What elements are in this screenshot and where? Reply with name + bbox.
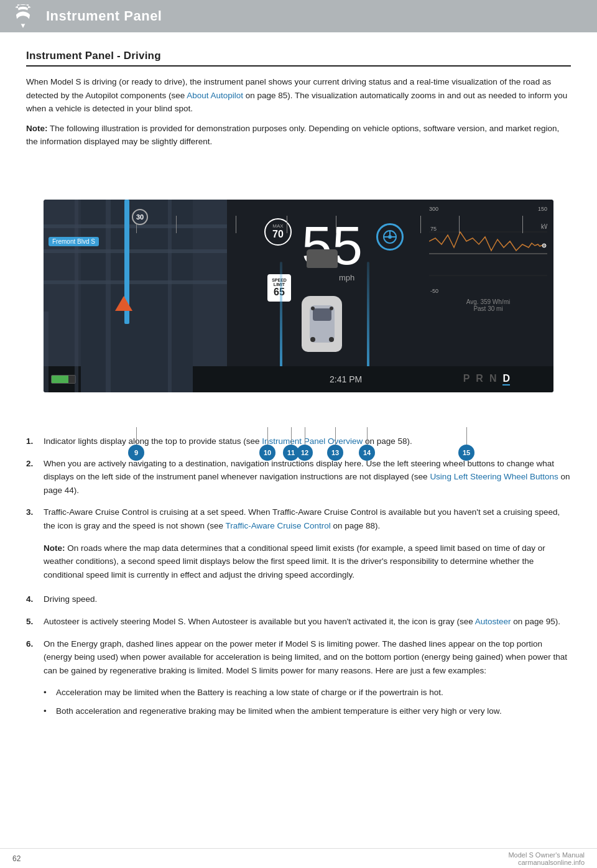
section-title: Instrument Panel - Driving <box>26 50 571 67</box>
sub-list-6: • Acceleration may be limited when the B… <box>44 686 571 723</box>
autosteer-icon <box>376 223 404 251</box>
energy-300: 300 <box>429 206 438 212</box>
list-item-2: 2. When you are actively navigating to a… <box>26 457 571 497</box>
list-section: 1. Indicator lights display along the to… <box>26 435 571 723</box>
intro-paragraph: When Model S is driving (or ready to dri… <box>26 75 571 116</box>
header-title: Instrument Panel <box>46 8 162 24</box>
svg-point-8 <box>329 337 334 342</box>
gear-P: P <box>463 373 470 386</box>
left-steering-link[interactable]: Using Left Steering Wheel Buttons <box>430 472 558 481</box>
sub-item-6-2: • Both acceleration and regenerative bra… <box>44 704 571 718</box>
list-item-1: 1. Indicator lights display along the to… <box>26 435 571 448</box>
speed-limit-badge: SPEED LIMIT 65 <box>267 274 291 302</box>
svg-point-16 <box>542 244 546 247</box>
energy-150: 150 <box>538 206 547 212</box>
street-label: Fremont Blvd S <box>49 237 99 246</box>
gear-D: D <box>502 373 510 386</box>
lane-line-left <box>280 262 282 374</box>
about-autopilot-link[interactable]: About Autopilot <box>187 91 243 100</box>
center-data-display: MAX 70 55 mph SPEED LIMIT 65 <box>227 200 423 392</box>
energy-chart-svg: kW 75 -50 <box>429 213 547 294</box>
avg-energy: Avg. 359 Wh/mi Past 30 mi <box>429 298 547 312</box>
svg-text:-50: -50 <box>430 288 438 294</box>
max-speed-badge: MAX 70 <box>264 218 292 246</box>
instrument-panel: Fremont Blvd S 30 MAX 70 55 mph <box>44 200 553 392</box>
time-display: 2:41 PM <box>330 374 362 384</box>
callout-15: 15 <box>458 445 474 461</box>
gear-N: N <box>489 373 497 386</box>
energy-chart-area: 300 150 <box>423 200 553 392</box>
instrument-panel-overview-link[interactable]: Instrument Panel Overview <box>262 436 363 446</box>
list-item-4: 4. Driving speed. <box>26 593 571 606</box>
callout-9: 9 <box>128 445 144 461</box>
svg-text:kW: kW <box>541 223 547 230</box>
tacc-link[interactable]: Traffic-Aware Cruise Control <box>225 521 330 530</box>
page-footer: 62 Model S Owner's Manual carmanualsonli… <box>0 848 597 868</box>
list-item-6: 6. On the Energy graph, dashed lines app… <box>26 637 571 723</box>
callout-13: 13 <box>327 445 343 461</box>
callout-12: 12 <box>297 445 313 461</box>
list-item-5: 5. Autosteer is actively steering Model … <box>26 615 571 629</box>
leading-car <box>307 249 338 268</box>
svg-point-10 <box>330 307 333 310</box>
sub-item-6-1: • Acceleration may be limited when the B… <box>44 686 571 699</box>
svg-point-7 <box>310 337 315 342</box>
svg-point-1 <box>388 235 392 239</box>
page-number: 62 <box>12 854 21 863</box>
map-area: Fremont Blvd S 30 <box>44 200 227 392</box>
callout-10: 10 <box>259 445 275 461</box>
gear-R: R <box>476 373 483 386</box>
list-item-3: 3. Traffic-Aware Cruise Control is cruis… <box>26 506 571 584</box>
lane-line-right <box>367 262 369 374</box>
main-content: Instrument Panel - Driving When Model S … <box>0 32 597 750</box>
autosteer-link[interactable]: Autosteer <box>475 617 511 626</box>
note-block: Note: The following illustration is prov… <box>26 122 571 149</box>
svg-text:75: 75 <box>430 226 437 232</box>
ego-car <box>302 296 342 352</box>
footer-brand: Model S Owner's Manual carmanualsonline.… <box>508 851 585 866</box>
callout-14: 14 <box>359 445 375 461</box>
gear-selector: P R N D <box>463 373 510 386</box>
svg-point-9 <box>311 307 315 310</box>
page-header: Instrument Panel <box>0 0 597 32</box>
mph-label: mph <box>339 273 354 282</box>
tesla-logo-icon <box>11 4 35 28</box>
instrument-image-wrapper: 1 2 3 4 5 6 7 8 <box>26 160 571 416</box>
svg-rect-6 <box>313 308 331 321</box>
